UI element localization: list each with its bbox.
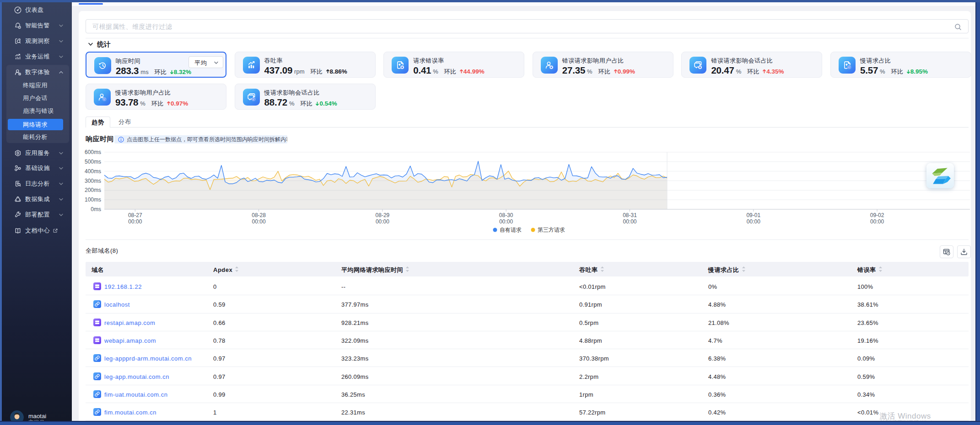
svg-text:00:00: 00:00: [747, 218, 760, 225]
svg-text:500ms: 500ms: [85, 159, 101, 165]
svg-text:00:00: 00:00: [499, 218, 513, 225]
svg-text:08-29: 08-29: [376, 212, 390, 218]
svg-text:08-28: 08-28: [252, 212, 266, 218]
svg-text:08-27: 08-27: [128, 212, 142, 218]
svg-text:400ms: 400ms: [85, 168, 101, 175]
svg-text:0ms: 0ms: [91, 206, 101, 212]
svg-text:00:00: 00:00: [870, 218, 884, 225]
svg-text:600ms: 600ms: [85, 149, 101, 155]
svg-text:100ms: 100ms: [85, 197, 101, 203]
svg-text:300ms: 300ms: [85, 178, 101, 184]
svg-text:00:00: 00:00: [128, 218, 142, 225]
svg-text:自有请求: 自有请求: [500, 227, 522, 233]
svg-text:08-30: 08-30: [499, 212, 513, 218]
svg-text:200ms: 200ms: [85, 187, 101, 193]
svg-text:第三方请求: 第三方请求: [538, 227, 565, 233]
svg-text:00:00: 00:00: [623, 218, 636, 225]
svg-text:09-01: 09-01: [746, 212, 760, 218]
svg-text:09-02: 09-02: [870, 212, 884, 218]
svg-text:00:00: 00:00: [252, 218, 266, 225]
svg-text:08-31: 08-31: [623, 212, 637, 218]
svg-text:00:00: 00:00: [376, 218, 389, 225]
